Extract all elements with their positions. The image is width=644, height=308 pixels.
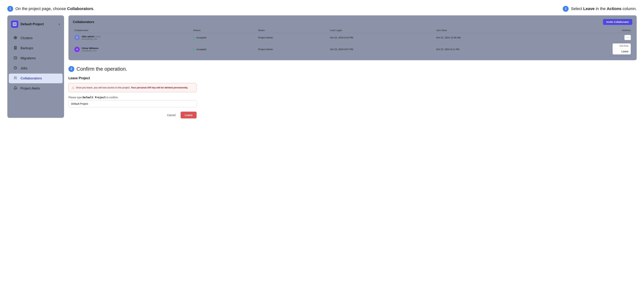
sidebar-item-label: Migrations [20, 56, 36, 60]
svg-rect-8 [15, 47, 16, 49]
leave-button[interactable]: Leave [181, 112, 196, 118]
sidebar-item-label: Clusters [20, 36, 32, 40]
svg-point-1 [15, 37, 16, 38]
step1-text: On the project page, choose Collaborator… [15, 6, 94, 11]
panel-header: Collaborators Invite Collaborator [73, 19, 632, 25]
user-email: chloe@zilliz.com [82, 50, 98, 52]
col-roles: Roles [257, 28, 328, 33]
user-name: zilliz admin [82, 35, 94, 38]
confirm-keyword: Default Project [82, 96, 106, 99]
sidebar-item-jobs[interactable]: Jobs [9, 64, 62, 73]
status-label: Accepted [196, 48, 206, 51]
right-panel: Collaborators Invite Collaborator Collab… [68, 15, 637, 118]
confirm-input[interactable] [68, 100, 196, 107]
action-cell-1: ··· [546, 33, 632, 42]
action-buttons: Cancel Leave [68, 112, 196, 118]
role-cell-1: Project Admin [257, 33, 328, 42]
project-icon [11, 20, 18, 28]
collaborators-icon [13, 76, 18, 81]
status-cell-2: Accepted [192, 42, 257, 56]
col-join-date: Join Date [435, 28, 546, 33]
migrations-icon [13, 56, 18, 60]
col-actions: Actions [546, 28, 632, 33]
cancel-button[interactable]: Cancel [164, 112, 178, 118]
panel-title: Collaborators [73, 20, 94, 24]
project-selector[interactable]: Default Project ∨ [7, 18, 64, 32]
step3-title: Confirm the operation. [76, 66, 127, 72]
step1-badge: 1 [7, 6, 13, 12]
invite-collaborator-button[interactable]: Invite Collaborator [603, 19, 632, 25]
sidebar-item-collaborators[interactable]: Collaborators [9, 74, 62, 83]
user-name: Chloe Williams [82, 47, 98, 50]
sidebar-item-backups[interactable]: Backups [9, 43, 62, 53]
sidebar-item-project-alerts[interactable]: Project Alerts [9, 84, 62, 93]
leave-menu-item[interactable]: Leave [613, 48, 631, 54]
user-email: admin@zilliz.com [82, 38, 101, 40]
backups-icon [13, 46, 18, 50]
join-date-cell-1: Oct 22, 2024 12:05 AM [435, 33, 546, 42]
sidebar-item-label: Jobs [20, 66, 28, 70]
warning-text: Once you leave, you will lose access to … [76, 86, 188, 90]
step2-text: Select Leave in the Actions column. [571, 6, 637, 11]
leave-project-title: Leave Project [68, 76, 196, 80]
user-cell-2: A Chloe Williams chloe@zilliz.com [73, 42, 192, 56]
collaborators-table: Collaborator Status Roles Last Login Joi… [73, 28, 632, 56]
sidebar-item-label: Project Alerts [20, 86, 40, 90]
user-cell-1: Z zilliz admin (You) admin@zilliz.com [73, 33, 192, 42]
sidebar-item-label: Collaborators [20, 76, 42, 80]
status-dot [193, 37, 195, 38]
join-date-cell-2: Oct 23, 2024 9:11 PM [435, 42, 546, 56]
project-alerts-icon [13, 86, 18, 91]
dropdown-label: Edit Role [613, 44, 631, 48]
action-cell-2: Edit Role Leave [546, 42, 632, 56]
step3-header: 3 Confirm the operation. [68, 66, 637, 72]
sidebar-item-migrations[interactable]: Migrations [9, 54, 62, 63]
last-login-cell-2: Oct 23, 2024 9:07 PM [328, 42, 435, 56]
collaborators-panel: Collaborators Invite Collaborator Collab… [68, 15, 637, 60]
warning-message: Once you leave, you will lose access to … [76, 86, 130, 89]
step1-header: 1 On the project page, choose Collaborat… [7, 6, 94, 12]
project-name: Default Project [20, 22, 56, 26]
sidebar-nav: Clusters Backups Migra [7, 32, 64, 95]
svg-point-11 [14, 77, 16, 78]
table-row: Z zilliz admin (You) admin@zilliz.com [73, 33, 632, 42]
confirm-prefix: Please type [68, 96, 82, 99]
avatar: A [74, 47, 80, 52]
step2-header: 2 Select Leave in the Actions column. [563, 6, 637, 12]
warning-box: ⚠ Once you leave, you will lose access t… [68, 83, 196, 92]
col-collaborator: Collaborator [73, 28, 192, 33]
sidebar: Default Project ∨ Clusters [7, 15, 64, 118]
sidebar-item-clusters[interactable]: Clusters [9, 33, 62, 43]
status-label: Accepted [196, 36, 206, 39]
role-cell-2: Project Admin [257, 42, 328, 56]
last-login-cell-1: Oct 23, 2024 9:10 PM [328, 33, 435, 42]
step2-badge: 2 [563, 6, 568, 12]
confirm-suffix: to confirm. [106, 96, 118, 99]
status-dot [193, 49, 195, 50]
chevron-down-icon: ∨ [58, 22, 60, 26]
actions-menu-button[interactable]: ··· [624, 35, 631, 40]
clusters-icon [13, 36, 18, 40]
col-last-login: Last Login [328, 28, 435, 33]
step3-area: 3 Confirm the operation. Leave Project ⚠… [68, 66, 637, 118]
col-status: Status [192, 28, 257, 33]
step3-badge: 3 [68, 66, 74, 72]
avatar: Z [74, 35, 80, 40]
confirm-label: Please type Default Project to confirm. [68, 96, 196, 99]
warning-icon: ⚠ [72, 86, 74, 90]
warning-bold: Your personal API key will be deleted pe… [131, 86, 188, 89]
leave-project-box: Leave Project ⚠ Once you leave, you will… [68, 76, 196, 118]
sidebar-item-label: Backups [20, 46, 33, 50]
jobs-icon [13, 66, 18, 71]
actions-dropdown: Edit Role Leave [612, 43, 631, 54]
status-cell-1: Accepted [192, 33, 257, 42]
user-you-label: (You) [95, 35, 101, 38]
table-row: A Chloe Williams chloe@zilliz.com Accept… [73, 42, 632, 56]
